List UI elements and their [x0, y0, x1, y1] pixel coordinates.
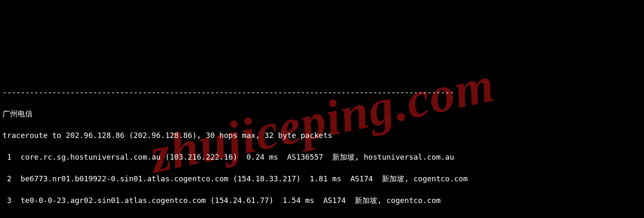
- hop-number: 1: [3, 152, 12, 163]
- dash-line: ----------------------------------------…: [3, 87, 641, 98]
- hop-row: 1 core.rc.sg.hostuniversal.com.au (103.2…: [3, 152, 641, 163]
- hop-row: 3 te0-0-0-23.agr02.sin01.atlas.cogentco.…: [3, 195, 641, 206]
- hop-detail: be6773.nr01.b019922-0.sin01.atlas.cogent…: [20, 174, 468, 183]
- hop-row: 2 be6773.nr01.b019922-0.sin01.atlas.coge…: [3, 173, 641, 184]
- hop-number: 2: [3, 173, 12, 184]
- hop-detail: core.rc.sg.hostuniversal.com.au (103.216…: [20, 153, 454, 161]
- trace-header: traceroute to 202.96.128.86 (202.96.128.…: [3, 130, 641, 141]
- terminal-output: ----------------------------------------…: [0, 76, 644, 218]
- trace-title: 广州电信: [3, 108, 641, 119]
- hop-number: 3: [3, 195, 12, 206]
- hop-detail: te0-0-0-23.agr02.sin01.atlas.cogentco.co…: [20, 196, 441, 205]
